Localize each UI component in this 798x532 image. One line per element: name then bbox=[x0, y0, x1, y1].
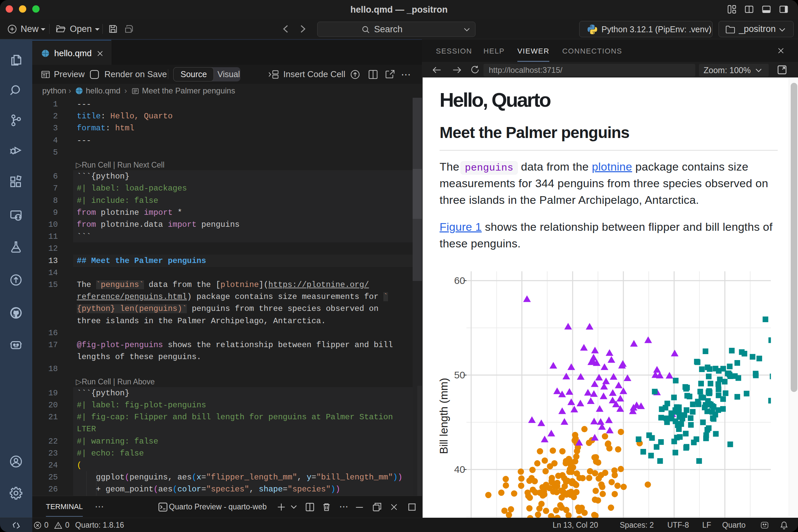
svg-text:60: 60 bbox=[454, 275, 465, 286]
svg-text:50: 50 bbox=[454, 369, 465, 380]
svg-text:Bill length (mm): Bill length (mm) bbox=[438, 378, 450, 454]
svg-text:40: 40 bbox=[454, 464, 465, 475]
